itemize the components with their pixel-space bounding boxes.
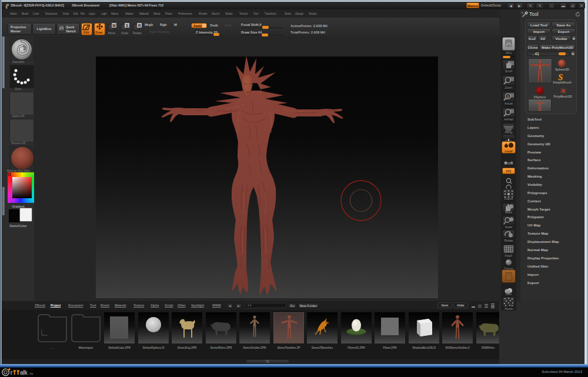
svg-text:.ru: .ru bbox=[29, 372, 33, 375]
svg-text:alk: alk bbox=[20, 369, 28, 376]
svg-text:S: S bbox=[126, 24, 129, 28]
svg-text:M: M bbox=[112, 24, 115, 28]
svg-text:R: R bbox=[138, 24, 141, 28]
svg-text:1: 1 bbox=[507, 95, 509, 98]
svg-text:r: r bbox=[11, 369, 13, 376]
